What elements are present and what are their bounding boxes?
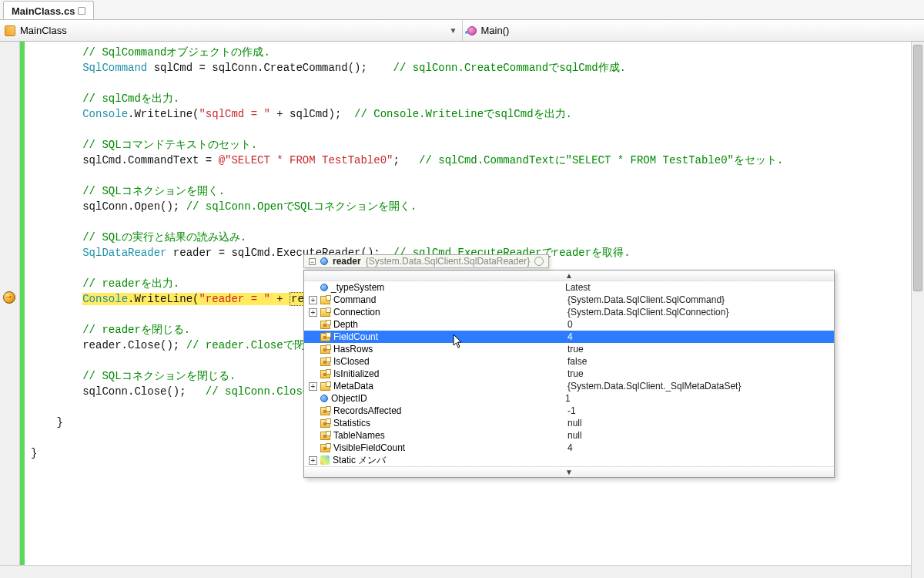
property-name: Static メンバ <box>333 454 564 466</box>
debug-property-row[interactable]: ObjectID1 <box>304 392 834 405</box>
navigation-bar: MainClass ▼ Main() <box>0 20 924 42</box>
class-selector-label: MainClass <box>20 25 67 36</box>
property-icon <box>320 382 330 391</box>
property-name: ObjectID <box>331 392 562 405</box>
debug-tooltip-header[interactable]: − reader {System.Data.SqlClient.SqlDataR… <box>303 254 549 268</box>
debug-property-row[interactable]: TableNamesnull <box>304 429 834 442</box>
property-icon <box>320 296 330 304</box>
property-name: FieldCount <box>333 331 564 343</box>
property-name: Depth <box>333 318 564 331</box>
expander-placeholder <box>309 321 317 329</box>
property-name: Connection <box>333 306 564 318</box>
property-icon <box>320 345 330 354</box>
debug-property-row[interactable]: RecordsAffected-1 <box>304 405 834 417</box>
expander-placeholder <box>309 370 317 378</box>
editor-gutter[interactable] <box>0 42 20 578</box>
dropdown-icon: ▼ <box>450 26 457 35</box>
property-value: null <box>567 417 834 429</box>
expand-icon[interactable]: + <box>309 456 317 465</box>
property-icon <box>320 432 330 440</box>
debug-property-row[interactable]: VisibleFieldCount4 <box>304 442 834 454</box>
property-value: {System.Data.SqlClient.SqlConnection} <box>567 306 834 318</box>
property-value: Latest <box>565 281 834 294</box>
horizontal-scrollbar[interactable] <box>0 565 911 578</box>
static-members-icon <box>320 455 330 465</box>
debug-property-row[interactable]: _typeSystemLatest <box>304 281 834 294</box>
class-icon <box>5 25 15 36</box>
property-name: HasRows <box>333 343 564 355</box>
property-value: 4 <box>567 442 834 454</box>
property-icon <box>320 419 330 428</box>
tooltip-var-type: {System.Data.SqlClient.SqlDataReader} <box>366 256 530 267</box>
property-value: {System.Data.SqlClient.SqlCommand} <box>567 294 834 306</box>
property-name: Statistics <box>333 417 564 429</box>
debug-property-row[interactable]: +Command{System.Data.SqlClient.SqlComman… <box>304 294 834 306</box>
expander-placeholder <box>309 395 317 403</box>
property-value: 0 <box>567 318 834 331</box>
property-icon <box>320 407 330 415</box>
property-name: VisibleFieldCount <box>333 442 564 454</box>
debug-property-row[interactable]: +Static メンバ <box>304 454 834 466</box>
property-name: _typeSystem <box>331 281 562 294</box>
collapse-icon[interactable]: − <box>309 258 316 265</box>
execution-pointer-icon[interactable] <box>3 291 15 304</box>
property-value: 1 <box>565 392 834 405</box>
debug-property-row[interactable]: Statisticsnull <box>304 417 834 429</box>
expand-icon[interactable]: + <box>309 382 317 391</box>
debug-property-row[interactable]: +MetaData{System.Data.SqlClient._SqlMeta… <box>304 380 834 392</box>
debug-tooltip: − reader {System.Data.SqlClient.SqlDataR… <box>303 254 835 478</box>
lock-icon <box>78 7 85 15</box>
class-selector[interactable]: MainClass ▼ <box>0 20 463 41</box>
property-name: IsInitialized <box>333 368 564 380</box>
property-icon <box>320 370 330 378</box>
method-icon <box>467 26 477 35</box>
expander-placeholder <box>309 407 317 415</box>
tab-strip: MainClass.cs <box>0 0 924 20</box>
debug-property-row[interactable]: Depth0 <box>304 318 834 331</box>
expander-placeholder <box>309 358 317 366</box>
field-icon <box>320 284 328 291</box>
scrollbar-thumb[interactable] <box>913 45 922 291</box>
property-name: MetaData <box>333 380 564 392</box>
property-icon <box>320 308 330 317</box>
scroll-up-icon[interactable]: ▲ <box>304 271 834 281</box>
debug-property-row[interactable]: HasRowstrue <box>304 343 834 355</box>
property-value: {System.Data.SqlClient._SqlMetaDataSet} <box>567 380 834 392</box>
property-value: 4 <box>567 331 834 343</box>
file-tab[interactable]: MainClass.cs <box>3 1 94 19</box>
property-value: true <box>567 368 834 380</box>
property-icon <box>320 321 330 329</box>
property-value: false <box>567 355 834 368</box>
property-value: -1 <box>567 405 834 417</box>
debug-property-grid: ▲ _typeSystemLatest+Command{System.Data.… <box>303 270 835 478</box>
expand-icon[interactable]: + <box>309 296 317 304</box>
tooltip-var-name: reader <box>333 256 361 267</box>
expander-placeholder <box>309 284 317 292</box>
expander-placeholder <box>309 419 317 428</box>
property-name: IsClosed <box>333 355 564 368</box>
expander-placeholder <box>309 333 317 341</box>
field-icon <box>320 395 328 402</box>
variable-icon <box>320 257 328 265</box>
expander-placeholder <box>309 432 317 440</box>
property-name: RecordsAffected <box>333 405 564 417</box>
vertical-scrollbar[interactable] <box>911 42 924 578</box>
member-selector[interactable]: Main() <box>463 20 925 41</box>
expand-icon[interactable]: + <box>309 308 317 317</box>
scroll-down-icon[interactable]: ▼ <box>304 466 834 477</box>
file-tab-label: MainClass.cs <box>12 5 75 17</box>
property-value: true <box>567 343 834 355</box>
refresh-icon[interactable] <box>534 257 544 266</box>
debug-property-row[interactable]: FieldCount4 <box>304 331 834 343</box>
property-value: null <box>567 429 834 442</box>
debug-property-row[interactable]: IsClosedfalse <box>304 355 834 368</box>
property-name: TableNames <box>333 429 564 442</box>
property-icon <box>320 358 330 366</box>
member-selector-label: Main() <box>481 25 510 36</box>
property-icon <box>320 333 330 341</box>
debug-property-row[interactable]: +Connection{System.Data.SqlClient.SqlCon… <box>304 306 834 318</box>
expander-placeholder <box>309 444 317 452</box>
debug-property-row[interactable]: IsInitializedtrue <box>304 368 834 380</box>
property-icon <box>320 444 330 452</box>
property-name: Command <box>333 294 564 306</box>
